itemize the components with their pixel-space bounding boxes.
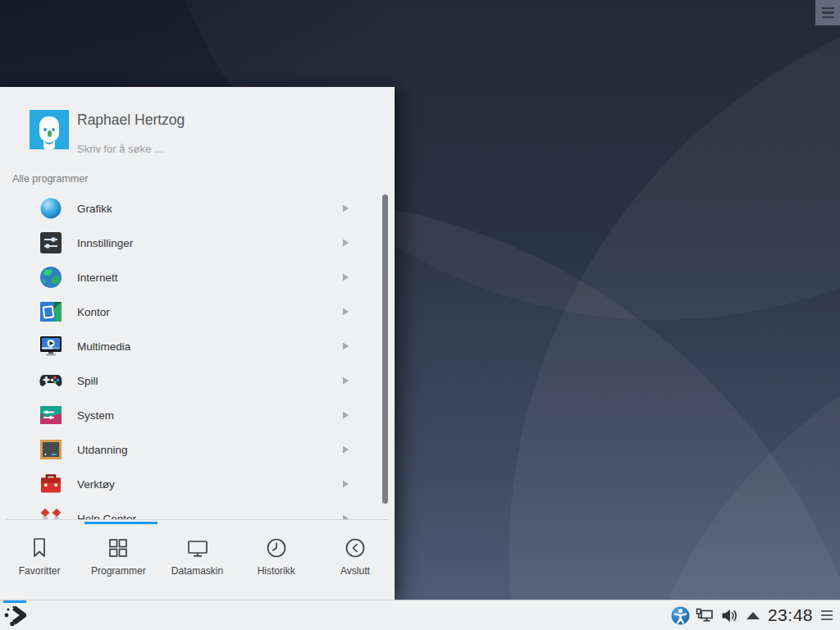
submenu-arrow-icon — [343, 412, 349, 419]
user-name: Raphael Hertzog — [77, 112, 185, 129]
tab-label: Avslutt — [340, 565, 370, 577]
expand-up-arrow-icon[interactable] — [746, 612, 760, 619]
application-launcher-popup: Raphael Hertzog Skriv for å søke ... All… — [0, 87, 395, 600]
bottom-panel: 23:48 — [0, 600, 840, 630]
desktop: Raphael Hertzog Skriv for å søke ... All… — [0, 0, 840, 630]
settings-sliders-icon — [38, 230, 64, 256]
category-label: Innstillinger — [77, 237, 133, 249]
launcher-active-indicator — [3, 600, 26, 603]
computer-monitor-icon — [185, 536, 210, 560]
network-icon — [695, 606, 714, 625]
tab-favoritter[interactable]: Favoritter — [0, 524, 79, 600]
avatar-eye — [52, 128, 55, 131]
submenu-arrow-icon — [343, 205, 349, 212]
section-label: Alle programmer — [12, 173, 88, 185]
launcher-tabbar: Favoritter Programmer Datamaskin — [0, 524, 395, 600]
hamburger-icon — [821, 614, 833, 616]
hamburger-icon — [821, 610, 833, 612]
app-launcher-button[interactable] — [1, 600, 29, 630]
submenu-arrow-icon — [343, 481, 349, 488]
gamepad-icon — [38, 368, 64, 394]
hamburger-icon — [821, 619, 833, 620]
hamburger-icon — [822, 7, 834, 10]
category-row-grafikk[interactable]: Grafikk — [0, 191, 395, 226]
category-label: Grafikk — [77, 203, 112, 215]
category-row-help-center[interactable]: Help Center — [0, 501, 395, 519]
user-face-avatar[interactable] — [30, 110, 69, 149]
submenu-arrow-icon — [343, 446, 349, 454]
app-launcher-icon — [3, 604, 26, 627]
category-label: Kontor — [77, 306, 110, 318]
search-input[interactable]: Skriv for å søke ... — [77, 143, 163, 155]
clock[interactable]: 23:48 — [768, 605, 813, 625]
category-row-multimedia[interactable]: Multimedia — [0, 329, 395, 363]
submenu-arrow-icon — [343, 274, 349, 281]
history-clock-icon — [264, 536, 289, 560]
panel-menu-button[interactable] — [821, 610, 833, 620]
accessibility-icon — [671, 606, 690, 625]
desktop-toolbox-button[interactable] — [815, 0, 840, 25]
network-tray-item[interactable] — [695, 606, 714, 625]
office-document-icon — [38, 299, 64, 325]
globe-icon — [38, 264, 64, 290]
submenu-arrow-icon — [343, 377, 349, 385]
category-row-internett[interactable]: Internett — [0, 260, 395, 294]
category-row-utdanning[interactable]: Utdanning — [0, 432, 395, 467]
hamburger-icon — [822, 16, 834, 19]
leave-circle-icon — [343, 536, 368, 560]
help-rockets-icon — [38, 505, 64, 519]
tab-label: Programmer — [91, 565, 146, 577]
blackboard-icon — [38, 436, 64, 463]
tab-label: Datamaskin — [171, 565, 223, 577]
category-label: Spill — [77, 375, 98, 387]
category-row-verktoy[interactable]: Verktøy — [0, 467, 395, 501]
tabbar-divider — [6, 519, 389, 520]
category-label: Utdanning — [77, 444, 128, 456]
media-player-icon — [38, 333, 64, 359]
category-row-kontor[interactable]: Kontor — [0, 294, 395, 329]
list-scrollbar[interactable] — [382, 194, 388, 504]
tab-label: Favoritter — [19, 565, 61, 577]
category-row-system[interactable]: System — [0, 398, 395, 432]
category-label: Verktøy — [77, 478, 115, 491]
category-label: System — [77, 409, 114, 422]
applications-grid-icon — [106, 536, 130, 560]
tab-programmer[interactable]: Programmer — [79, 524, 158, 600]
graphics-sphere-icon — [38, 195, 64, 221]
volume-icon — [719, 606, 738, 625]
category-row-spill[interactable]: Spill — [0, 363, 395, 398]
volume-tray-item[interactable] — [719, 606, 738, 625]
avatar-nose — [48, 130, 52, 137]
submenu-arrow-icon — [343, 308, 349, 316]
tab-datamaskin[interactable]: Datamaskin — [158, 524, 236, 600]
category-row-innstillinger[interactable]: Innstillinger — [0, 226, 395, 260]
system-sliders-icon — [38, 402, 64, 428]
tab-historikk[interactable]: Historikk — [237, 524, 316, 600]
tab-avslutt[interactable]: Avslutt — [316, 524, 395, 600]
category-list: Grafikk Innstillinger — [0, 191, 395, 519]
submenu-arrow-icon — [343, 240, 349, 247]
category-label: Help Center — [77, 513, 136, 520]
favorites-bookmark-icon — [27, 536, 52, 560]
submenu-arrow-icon — [343, 343, 349, 350]
avatar-eye — [43, 128, 47, 131]
category-label: Internett — [77, 272, 118, 284]
category-label: Multimedia — [77, 340, 130, 353]
hamburger-icon — [822, 11, 834, 14]
toolbox-icon — [38, 471, 64, 497]
tab-label: Historikk — [258, 565, 295, 577]
accessibility-tray-item[interactable] — [671, 606, 690, 625]
